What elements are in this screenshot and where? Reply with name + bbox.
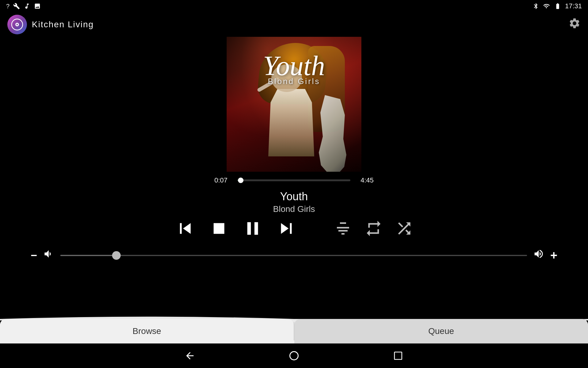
browse-tab-label: Browse (133, 326, 161, 336)
playback-controls (175, 218, 413, 239)
nav-back-button[interactable] (184, 350, 196, 362)
bottom-tabs: Browse Queue (0, 319, 588, 343)
total-time: 4:45 (355, 176, 374, 184)
track-info: Youth Blond Girls (273, 190, 315, 214)
svg-point-4 (290, 352, 298, 360)
image-icon (34, 3, 41, 10)
progress-section: 0:07 4:45 (214, 176, 374, 184)
volume-icon-left (43, 248, 54, 262)
nav-home-button[interactable] (288, 350, 300, 362)
app-logo-icon (7, 15, 27, 34)
next-button[interactable] (276, 218, 297, 239)
status-bar: ? 17:31 (0, 0, 588, 12)
volume-down-button[interactable]: − (31, 249, 37, 262)
current-time: 0:07 (214, 176, 233, 184)
album-art: Youth Blond Girls (227, 37, 361, 172)
album-art-subtitle: Blond Girls (263, 77, 325, 86)
wrench-icon (13, 3, 20, 10)
wifi-icon (542, 3, 550, 10)
progress-thumb[interactable] (238, 178, 243, 183)
status-time: 17:31 (565, 2, 582, 10)
volume-section: − + (31, 248, 557, 262)
music-note-icon (24, 3, 30, 10)
prev-button[interactable] (175, 218, 196, 239)
track-artist: Blond Girls (273, 204, 315, 214)
shuffle-button[interactable] (395, 219, 413, 238)
battery-icon (553, 3, 562, 10)
app-name: Kitchen Living (32, 20, 94, 29)
album-art-content: Youth Blond Girls (227, 37, 361, 172)
volume-thumb[interactable] (112, 251, 121, 260)
status-icons-right: 17:31 (533, 2, 582, 10)
tab-browse[interactable]: Browse (0, 319, 294, 343)
svg-rect-5 (394, 352, 402, 359)
repeat-button[interactable] (364, 219, 383, 238)
track-title: Youth (273, 190, 315, 203)
album-art-container: Youth Blond Girls (227, 37, 361, 172)
status-icons-left: ? (6, 3, 41, 10)
tab-queue[interactable]: Queue (294, 319, 588, 343)
pause-button[interactable] (242, 218, 263, 239)
svg-point-2 (17, 24, 18, 25)
queue-tab-label: Queue (428, 326, 454, 336)
volume-up-button[interactable]: + (550, 248, 557, 262)
album-art-title: Youth (263, 52, 325, 80)
volume-track[interactable] (60, 255, 527, 256)
volume-icon-right (533, 248, 544, 262)
app-logo: Kitchen Living (7, 15, 94, 34)
stop-button[interactable] (208, 218, 230, 239)
app-header: Kitchen Living (0, 12, 588, 37)
equalizer-button[interactable] (334, 219, 352, 238)
settings-button[interactable] (568, 17, 581, 32)
bluetooth-icon (533, 3, 539, 10)
album-text-overlay: Youth Blond Girls (263, 52, 325, 86)
nav-bar (0, 343, 588, 368)
wifi-question-icon: ? (6, 3, 9, 10)
volume-fill (60, 255, 116, 256)
progress-track[interactable] (238, 179, 350, 181)
nav-recent-button[interactable] (392, 350, 404, 362)
